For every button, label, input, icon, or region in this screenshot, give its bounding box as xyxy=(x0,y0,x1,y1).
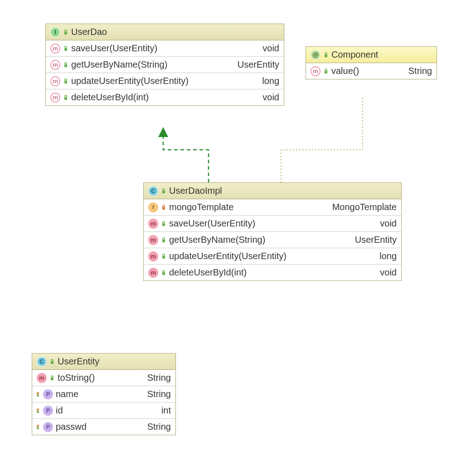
class-box-userdao: I UserDao m saveUser(UserEntity) void m … xyxy=(45,24,284,106)
visibility-public-icon xyxy=(49,359,55,365)
method-row: m saveUser(UserEntity) void xyxy=(46,40,284,57)
method-return: UserEntity xyxy=(232,59,279,70)
svg-rect-15 xyxy=(51,378,53,380)
getter-setter-icon xyxy=(37,391,40,398)
svg-rect-3 xyxy=(64,64,67,67)
method-row: m updateUserEntity(UserEntity) long xyxy=(46,73,284,89)
method-row: m saveUser(UserEntity) void xyxy=(144,216,401,232)
visibility-public-icon xyxy=(161,270,166,276)
method-row: m value() String xyxy=(306,63,437,79)
svg-rect-5 xyxy=(64,97,67,100)
method-signature: getUserByName(String) xyxy=(71,59,229,70)
method-icon: m xyxy=(148,268,158,278)
method-row: m getUserByName(String) UserEntity xyxy=(144,232,401,248)
visibility-public-icon xyxy=(63,78,68,84)
class-header: C UserEntity xyxy=(32,354,175,370)
method-icon: m xyxy=(50,44,60,54)
class-box-userdaoimpl: C UserDaoImpl f mongoTemplate MongoTempl… xyxy=(143,182,402,281)
class-title: UserEntity xyxy=(58,356,99,367)
svg-rect-14 xyxy=(51,361,53,364)
field-type: MongoTemplate xyxy=(327,202,397,212)
visibility-public-icon xyxy=(161,253,166,260)
class-box-component: @ Component m value() String xyxy=(306,46,437,79)
method-return: void xyxy=(257,43,279,54)
svg-rect-6 xyxy=(325,54,327,57)
method-return: void xyxy=(257,92,279,103)
visibility-public-icon xyxy=(63,94,68,101)
method-row: m toString() String xyxy=(32,370,175,386)
method-return: String xyxy=(142,373,171,383)
method-signature: value() xyxy=(331,66,400,76)
visibility-public-icon xyxy=(161,237,166,243)
property-row: P name String xyxy=(32,386,175,403)
visibility-public-icon xyxy=(323,68,329,74)
property-type: String xyxy=(142,389,171,399)
method-return: UserEntity xyxy=(350,235,397,245)
svg-rect-1 xyxy=(64,32,67,34)
method-signature: getUserByName(String) xyxy=(169,235,347,245)
property-name: id xyxy=(56,405,153,416)
class-icon: C xyxy=(148,186,158,196)
method-icon: m xyxy=(50,76,60,86)
property-name: passwd xyxy=(56,422,139,432)
field-row: f mongoTemplate MongoTemplate xyxy=(144,199,401,216)
svg-marker-0 xyxy=(158,127,168,137)
svg-rect-8 xyxy=(162,191,165,193)
field-icon: f xyxy=(148,202,158,212)
method-icon: m xyxy=(311,66,321,76)
method-row: m deleteUserById(int) void xyxy=(144,265,401,280)
uml-canvas: I UserDao m saveUser(UserEntity) void m … xyxy=(0,0,476,452)
class-icon: C xyxy=(37,357,47,367)
method-return: void xyxy=(374,218,397,229)
getter-setter-icon xyxy=(37,408,40,414)
interface-icon: I xyxy=(50,27,60,37)
visibility-public-icon xyxy=(63,29,68,35)
getter-setter-icon xyxy=(37,424,40,430)
property-icon: P xyxy=(43,422,53,432)
class-header: C UserDaoImpl xyxy=(144,183,401,199)
method-icon: m xyxy=(50,93,60,103)
method-signature: toString() xyxy=(58,373,139,383)
svg-rect-7 xyxy=(325,71,327,74)
method-return: long xyxy=(257,76,279,86)
property-row: P id int xyxy=(32,403,175,419)
method-signature: updateUserEntity(UserEntity) xyxy=(71,76,254,86)
svg-rect-13 xyxy=(162,272,165,275)
method-icon: m xyxy=(148,251,158,261)
method-return: void xyxy=(374,267,397,278)
svg-rect-2 xyxy=(64,48,67,51)
method-return: long xyxy=(374,251,397,261)
method-icon: m xyxy=(148,235,158,245)
method-signature: saveUser(UserEntity) xyxy=(71,43,254,54)
property-icon: P xyxy=(43,389,53,399)
svg-rect-9 xyxy=(162,207,165,210)
method-row: m updateUserEntity(UserEntity) long xyxy=(144,248,401,265)
visibility-public-icon xyxy=(161,221,166,227)
property-name: name xyxy=(56,389,139,399)
visibility-public-icon xyxy=(63,62,68,68)
class-box-userentity: C UserEntity m toString() String P name … xyxy=(32,353,176,435)
property-type: int xyxy=(156,405,171,416)
svg-rect-12 xyxy=(162,256,165,259)
method-signature: saveUser(UserEntity) xyxy=(169,218,372,229)
svg-rect-11 xyxy=(162,240,165,242)
property-icon: P xyxy=(43,406,53,416)
class-title: Component xyxy=(331,49,378,60)
visibility-public-icon xyxy=(323,52,329,58)
method-signature: deleteUserById(int) xyxy=(71,92,254,103)
svg-rect-10 xyxy=(162,223,165,226)
method-return: String xyxy=(403,66,432,76)
class-title: UserDaoImpl xyxy=(169,186,222,196)
annotation-icon: @ xyxy=(311,50,321,60)
svg-rect-4 xyxy=(64,81,67,84)
visibility-public-icon xyxy=(49,375,55,381)
property-type: String xyxy=(142,422,171,432)
visibility-public-icon xyxy=(161,188,166,194)
visibility-private-icon xyxy=(161,204,166,211)
class-header: @ Component xyxy=(306,47,437,63)
visibility-public-icon xyxy=(63,45,68,52)
method-icon: m xyxy=(37,373,47,383)
class-header: I UserDao xyxy=(46,24,284,40)
method-signature: deleteUserById(int) xyxy=(169,267,372,278)
method-row: m deleteUserById(int) void xyxy=(46,89,284,105)
